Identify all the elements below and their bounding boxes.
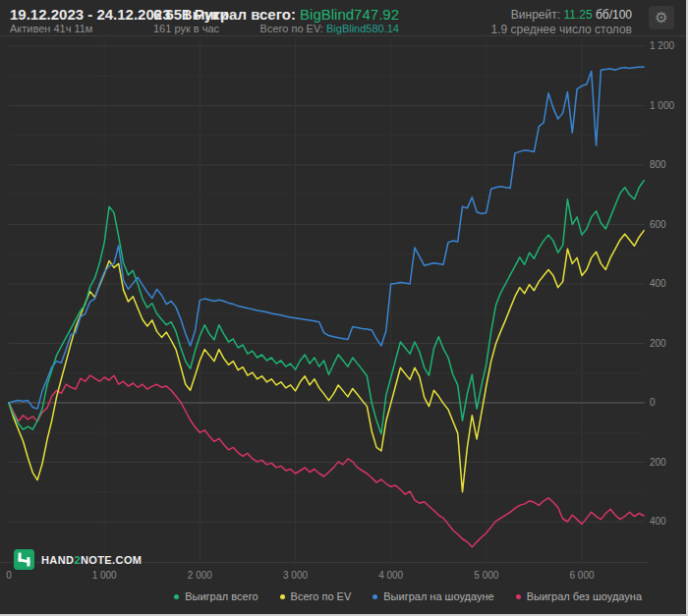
y-tick-label: 1 000 xyxy=(650,100,674,112)
legend-label: Выиграл без шоудауна xyxy=(527,590,642,602)
legend-item-won-total[interactable]: Выиграл всего xyxy=(174,590,258,602)
legend-item-non-showdown[interactable]: Выиграл без шоудауна xyxy=(516,590,642,602)
legend-label: Выиграл всего xyxy=(185,590,258,602)
legend-item-showdown[interactable]: Выиграл на шоудауне xyxy=(373,590,493,602)
y-tick-label: 400 xyxy=(650,516,666,528)
x-tick-label: 5 000 xyxy=(474,570,498,582)
x-tick-label: 1 000 xyxy=(92,570,117,582)
legend-dot-icon xyxy=(280,594,285,599)
legend-label: Всего по EV xyxy=(291,590,352,602)
y-tick-label: 1 200 xyxy=(650,40,674,52)
y-tick-label: 400 xyxy=(650,278,666,290)
x-tick-label: 6 000 xyxy=(569,570,594,582)
legend-dot-icon xyxy=(516,594,521,599)
legend-dot-icon xyxy=(373,594,377,599)
hand2note-logo[interactable]: HAND2NOTE.COM xyxy=(14,549,142,570)
legend-dot-icon xyxy=(174,594,179,599)
winnings-chart[interactable] xyxy=(0,0,688,616)
legend-label: Выиграл на шоудауне xyxy=(383,590,493,602)
y-tick-label: 200 xyxy=(650,338,666,350)
x-tick-label: 4 000 xyxy=(378,570,403,582)
hand2note-logo-icon xyxy=(14,549,34,570)
x-tick-label: 0 xyxy=(6,570,12,582)
y-tick-label: 600 xyxy=(650,219,666,231)
y-tick-label: 200 xyxy=(650,457,666,469)
legend-item-ev[interactable]: Всего по EV xyxy=(280,590,352,602)
chart-legend: Выиграл всегоВсего по EVВыиграл на шоуда… xyxy=(174,590,642,602)
x-tick-label: 2 000 xyxy=(188,570,212,582)
hand2note-logo-text: HAND2NOTE.COM xyxy=(41,554,142,566)
x-tick-label: 3 000 xyxy=(283,570,308,582)
hand2note-graph-window: 19.12.2023 - 24.12.2023 Активен 41ч 11м … xyxy=(0,0,688,616)
y-tick-label: 0 xyxy=(650,397,656,409)
y-tick-label: 800 xyxy=(650,159,666,171)
